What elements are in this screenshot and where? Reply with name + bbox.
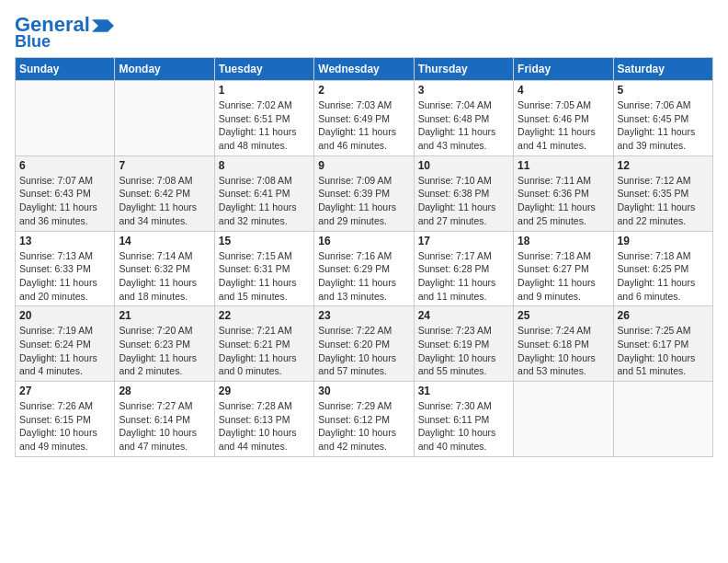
day-number: 11 [518, 159, 609, 172]
calendar-cell: 7Sunrise: 7:08 AM Sunset: 6:42 PM Daylig… [115, 155, 214, 231]
day-info: Sunrise: 7:17 AM Sunset: 6:28 PM Dayligh… [418, 249, 509, 304]
calendar-week-row: 20Sunrise: 7:19 AM Sunset: 6:24 PM Dayli… [16, 306, 713, 382]
calendar-cell: 12Sunrise: 7:12 AM Sunset: 6:35 PM Dayli… [613, 155, 712, 231]
day-number: 3 [418, 84, 509, 97]
calendar-cell: 17Sunrise: 7:17 AM Sunset: 6:28 PM Dayli… [414, 231, 513, 306]
day-info: Sunrise: 7:27 AM Sunset: 6:14 PM Dayligh… [119, 399, 210, 454]
day-number: 1 [219, 84, 310, 97]
day-number: 30 [318, 385, 409, 397]
calendar-cell [16, 81, 115, 156]
calendar-cell: 29Sunrise: 7:28 AM Sunset: 6:13 PM Dayli… [214, 382, 313, 457]
day-info: Sunrise: 7:04 AM Sunset: 6:48 PM Dayligh… [418, 98, 509, 153]
day-number: 15 [219, 235, 310, 247]
day-info: Sunrise: 7:05 AM Sunset: 6:46 PM Dayligh… [518, 98, 609, 153]
day-number: 5 [618, 84, 709, 97]
calendar-cell: 15Sunrise: 7:15 AM Sunset: 6:31 PM Dayli… [214, 231, 313, 306]
day-info: Sunrise: 7:08 AM Sunset: 6:42 PM Dayligh… [119, 174, 210, 228]
calendar-cell: 2Sunrise: 7:03 AM Sunset: 6:49 PM Daylig… [314, 81, 414, 156]
day-number: 18 [518, 235, 609, 247]
calendar-cell [613, 382, 712, 457]
day-number: 25 [518, 309, 609, 322]
day-info: Sunrise: 7:16 AM Sunset: 6:29 PM Dayligh… [318, 249, 409, 304]
weekday-header: Wednesday [314, 58, 414, 81]
day-info: Sunrise: 7:12 AM Sunset: 6:35 PM Dayligh… [618, 174, 709, 228]
day-number: 22 [219, 309, 310, 322]
calendar-cell: 14Sunrise: 7:14 AM Sunset: 6:32 PM Dayli… [115, 231, 214, 306]
day-info: Sunrise: 7:08 AM Sunset: 6:41 PM Dayligh… [219, 174, 310, 228]
calendar-week-row: 13Sunrise: 7:13 AM Sunset: 6:33 PM Dayli… [16, 231, 713, 306]
calendar-cell: 25Sunrise: 7:24 AM Sunset: 6:18 PM Dayli… [514, 306, 613, 382]
day-info: Sunrise: 7:07 AM Sunset: 6:43 PM Dayligh… [19, 174, 110, 228]
calendar-cell [115, 81, 214, 156]
day-number: 7 [119, 159, 210, 172]
day-number: 14 [119, 235, 210, 247]
day-number: 29 [219, 385, 310, 397]
logo-icon [92, 19, 114, 32]
day-number: 31 [418, 385, 509, 397]
weekday-header: Saturday [613, 58, 712, 81]
calendar-cell: 5Sunrise: 7:06 AM Sunset: 6:45 PM Daylig… [613, 81, 712, 156]
weekday-header: Sunday [16, 58, 115, 81]
calendar-cell: 22Sunrise: 7:21 AM Sunset: 6:21 PM Dayli… [214, 306, 313, 382]
calendar-cell: 19Sunrise: 7:18 AM Sunset: 6:25 PM Dayli… [613, 231, 712, 306]
day-number: 23 [318, 309, 409, 322]
calendar-cell [514, 382, 613, 457]
logo: General Blue [15, 15, 114, 50]
day-info: Sunrise: 7:18 AM Sunset: 6:25 PM Dayligh… [618, 249, 709, 304]
logo-blue-text: Blue [15, 33, 51, 50]
calendar-cell: 6Sunrise: 7:07 AM Sunset: 6:43 PM Daylig… [16, 155, 115, 231]
weekday-header: Thursday [414, 58, 513, 81]
day-info: Sunrise: 7:19 AM Sunset: 6:24 PM Dayligh… [19, 324, 110, 378]
day-info: Sunrise: 7:20 AM Sunset: 6:23 PM Dayligh… [119, 324, 210, 378]
calendar-cell: 11Sunrise: 7:11 AM Sunset: 6:36 PM Dayli… [514, 155, 613, 231]
calendar-header-row: SundayMondayTuesdayWednesdayThursdayFrid… [16, 58, 713, 81]
day-info: Sunrise: 7:10 AM Sunset: 6:38 PM Dayligh… [418, 174, 509, 228]
calendar-cell: 26Sunrise: 7:25 AM Sunset: 6:17 PM Dayli… [613, 306, 712, 382]
day-info: Sunrise: 7:06 AM Sunset: 6:45 PM Dayligh… [618, 98, 709, 153]
calendar-cell: 30Sunrise: 7:29 AM Sunset: 6:12 PM Dayli… [314, 382, 414, 457]
day-info: Sunrise: 7:23 AM Sunset: 6:19 PM Dayligh… [418, 324, 509, 378]
calendar-cell: 21Sunrise: 7:20 AM Sunset: 6:23 PM Dayli… [115, 306, 214, 382]
day-number: 9 [318, 159, 409, 172]
day-info: Sunrise: 7:15 AM Sunset: 6:31 PM Dayligh… [219, 249, 310, 304]
day-info: Sunrise: 7:25 AM Sunset: 6:17 PM Dayligh… [618, 324, 709, 378]
day-number: 17 [418, 235, 509, 247]
calendar-table: SundayMondayTuesdayWednesdayThursdayFrid… [15, 57, 713, 457]
day-info: Sunrise: 7:30 AM Sunset: 6:11 PM Dayligh… [418, 399, 509, 454]
calendar-cell: 24Sunrise: 7:23 AM Sunset: 6:19 PM Dayli… [414, 306, 513, 382]
day-number: 24 [418, 309, 509, 322]
day-info: Sunrise: 7:03 AM Sunset: 6:49 PM Dayligh… [318, 98, 409, 153]
calendar-cell: 13Sunrise: 7:13 AM Sunset: 6:33 PM Dayli… [16, 231, 115, 306]
calendar-cell: 28Sunrise: 7:27 AM Sunset: 6:14 PM Dayli… [115, 382, 214, 457]
day-number: 13 [19, 235, 110, 247]
day-info: Sunrise: 7:21 AM Sunset: 6:21 PM Dayligh… [219, 324, 310, 378]
day-number: 20 [19, 309, 110, 322]
day-number: 27 [19, 385, 110, 397]
calendar-cell: 27Sunrise: 7:26 AM Sunset: 6:15 PM Dayli… [16, 382, 115, 457]
svg-marker-0 [92, 19, 114, 32]
calendar-cell: 4Sunrise: 7:05 AM Sunset: 6:46 PM Daylig… [514, 81, 613, 156]
calendar-cell: 10Sunrise: 7:10 AM Sunset: 6:38 PM Dayli… [414, 155, 513, 231]
day-number: 16 [318, 235, 409, 247]
day-number: 28 [119, 385, 210, 397]
day-number: 21 [119, 309, 210, 322]
calendar-cell: 20Sunrise: 7:19 AM Sunset: 6:24 PM Dayli… [16, 306, 115, 382]
day-info: Sunrise: 7:09 AM Sunset: 6:39 PM Dayligh… [318, 174, 409, 228]
day-info: Sunrise: 7:29 AM Sunset: 6:12 PM Dayligh… [318, 399, 409, 454]
weekday-header: Tuesday [214, 58, 313, 81]
day-number: 2 [318, 84, 409, 97]
day-info: Sunrise: 7:22 AM Sunset: 6:20 PM Dayligh… [318, 324, 409, 378]
day-info: Sunrise: 7:14 AM Sunset: 6:32 PM Dayligh… [119, 249, 210, 304]
calendar-cell: 3Sunrise: 7:04 AM Sunset: 6:48 PM Daylig… [414, 81, 513, 156]
day-number: 6 [19, 159, 110, 172]
day-info: Sunrise: 7:11 AM Sunset: 6:36 PM Dayligh… [518, 174, 609, 228]
calendar-week-row: 27Sunrise: 7:26 AM Sunset: 6:15 PM Dayli… [16, 382, 713, 457]
weekday-header: Monday [115, 58, 214, 81]
weekday-header: Friday [514, 58, 613, 81]
calendar-cell: 1Sunrise: 7:02 AM Sunset: 6:51 PM Daylig… [214, 81, 313, 156]
calendar-week-row: 1Sunrise: 7:02 AM Sunset: 6:51 PM Daylig… [16, 81, 713, 156]
day-number: 12 [618, 159, 709, 172]
day-info: Sunrise: 7:13 AM Sunset: 6:33 PM Dayligh… [19, 249, 110, 304]
day-number: 19 [618, 235, 709, 247]
calendar-week-row: 6Sunrise: 7:07 AM Sunset: 6:43 PM Daylig… [16, 155, 713, 231]
